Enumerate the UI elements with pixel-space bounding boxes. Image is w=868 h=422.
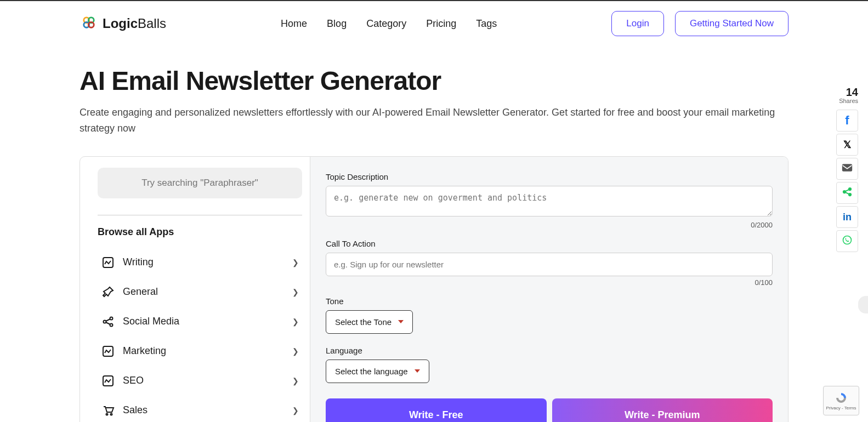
svg-point-20: [843, 236, 852, 244]
main-container: AI Email Newsletter Generator Create eng…: [0, 46, 868, 422]
tone-select[interactable]: Select the Tone: [326, 310, 413, 334]
tone-select-value: Select the Tone: [335, 317, 392, 327]
page-title: AI Email Newsletter Generator: [80, 66, 788, 96]
header-actions: Login Getting Started Now: [611, 11, 788, 36]
svg-point-12: [106, 413, 108, 415]
recaptcha-badge[interactable]: Privacy - Terms: [823, 386, 859, 415]
svg-rect-14: [843, 164, 852, 171]
svg-point-13: [111, 413, 112, 415]
share-linkedin-button[interactable]: in: [836, 206, 858, 228]
svg-line-8: [106, 319, 110, 321]
brand-logo[interactable]: LogicBalls: [80, 13, 166, 34]
category-label: Sales: [123, 404, 147, 416]
topic-char-counter: 0/2000: [326, 221, 773, 229]
brand-name: LogicBalls: [103, 16, 166, 31]
category-label: SEO: [123, 375, 144, 386]
chevron-right-icon: ❯: [292, 258, 299, 267]
chevron-right-icon: ❯: [292, 288, 299, 296]
get-started-button[interactable]: Getting Started Now: [675, 11, 788, 36]
nav-home[interactable]: Home: [281, 18, 307, 30]
logo-mark-icon: [80, 13, 98, 34]
page-subtitle: Create engaging and personalized newslet…: [80, 105, 788, 136]
share-email-button[interactable]: [836, 158, 858, 180]
share-x-button[interactable]: 𝕏: [836, 134, 858, 156]
share-collapse-tab[interactable]: [858, 296, 868, 313]
generator-form: Topic Description 0/2000 Call To Action …: [310, 157, 788, 422]
category-social-media[interactable]: Social Media ❯: [98, 307, 302, 337]
write-premium-button[interactable]: Write - Premium High Quality (Human-like…: [552, 398, 773, 422]
category-sales[interactable]: Sales ❯: [98, 396, 302, 422]
sidebar: Browse all Apps Writing ❯ General ❯: [80, 157, 310, 422]
sharethis-icon: [842, 186, 853, 200]
linkedin-icon: in: [843, 212, 852, 223]
cta-input[interactable]: [326, 253, 773, 276]
category-label: Marketing: [123, 345, 166, 357]
writing-icon: [101, 255, 115, 270]
category-label: Writing: [123, 256, 154, 268]
category-seo[interactable]: SEO ❯: [98, 366, 302, 396]
site-header: LogicBalls Home Blog Category Pricing Ta…: [0, 0, 868, 46]
caret-down-icon: [398, 320, 404, 323]
share-facebook-button[interactable]: f: [836, 110, 858, 132]
nav-category[interactable]: Category: [366, 18, 406, 30]
language-select[interactable]: Select the language: [326, 360, 429, 383]
svg-line-18: [846, 189, 849, 191]
share-sharethis-button[interactable]: [836, 182, 858, 204]
share-whatsapp-button[interactable]: [836, 230, 858, 252]
language-label: Language: [326, 346, 773, 355]
button-title: Write - Premium: [558, 409, 768, 421]
write-free-button[interactable]: Write - Free Low to medium quality, limi…: [326, 398, 547, 422]
browse-all-apps-heading: Browse all Apps: [98, 226, 302, 238]
category-label: Social Media: [123, 316, 179, 327]
x-icon: 𝕏: [843, 139, 852, 151]
nav-pricing[interactable]: Pricing: [426, 18, 456, 30]
share-count: 14: [836, 87, 858, 98]
recaptcha-icon: [833, 391, 849, 404]
seo-icon: [101, 374, 115, 388]
marketing-icon: [101, 344, 115, 358]
write-buttons: Write - Free Low to medium quality, limi…: [326, 398, 773, 422]
topic-description-input[interactable]: [326, 186, 773, 216]
login-button[interactable]: Login: [611, 11, 664, 36]
chevron-right-icon: ❯: [292, 377, 299, 385]
share-rail: 14 Shares f 𝕏 in: [836, 87, 858, 252]
pin-icon: [101, 285, 115, 299]
cta-char-counter: 0/100: [326, 278, 773, 287]
svg-line-19: [846, 192, 849, 193]
divider: [98, 215, 302, 215]
share-icon: [101, 315, 115, 329]
share-label: Shares: [836, 98, 858, 104]
recaptcha-links: Privacy - Terms: [826, 406, 856, 410]
language-select-value: Select the language: [335, 367, 408, 376]
button-title: Write - Free: [331, 409, 541, 421]
chevron-right-icon: ❯: [292, 406, 299, 415]
caret-down-icon: [415, 369, 420, 373]
chevron-right-icon: ❯: [292, 317, 299, 326]
facebook-icon: f: [845, 113, 849, 128]
cta-label: Call To Action: [326, 239, 773, 248]
cart-icon: [101, 403, 115, 418]
app-panels: Browse all Apps Writing ❯ General ❯: [80, 156, 788, 422]
svg-line-9: [106, 322, 110, 324]
email-icon: [842, 163, 853, 175]
main-nav: Home Blog Category Pricing Tags: [281, 18, 497, 30]
whatsapp-icon: [842, 235, 853, 248]
category-general[interactable]: General ❯: [98, 277, 302, 307]
app-search-input[interactable]: [98, 168, 302, 198]
category-writing[interactable]: Writing ❯: [98, 248, 302, 277]
nav-blog[interactable]: Blog: [327, 18, 347, 30]
chevron-right-icon: ❯: [292, 347, 299, 356]
nav-tags[interactable]: Tags: [476, 18, 497, 30]
category-marketing[interactable]: Marketing ❯: [98, 337, 302, 366]
category-label: General: [123, 286, 158, 298]
topic-label: Topic Description: [326, 172, 773, 181]
tone-label: Tone: [326, 296, 773, 306]
